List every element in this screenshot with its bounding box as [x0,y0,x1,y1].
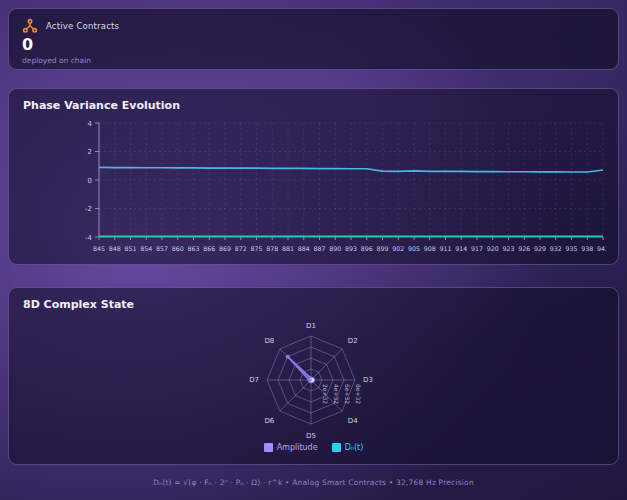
svg-text:917: 917 [471,245,483,252]
svg-text:-4: -4 [85,234,93,242]
svg-text:899: 899 [376,245,388,252]
legend-label-dn: Dₙ(t) [345,443,364,452]
svg-text:893: 893 [345,245,357,252]
svg-text:866: 866 [203,245,215,252]
phase-variance-panel: Phase Variance Evolution 420-2-484584885… [8,88,619,265]
complex-state-panel: 8D Complex State D1D2D3D4D5D6D7D82e+324e… [8,287,619,465]
svg-text:942: 942 [597,245,606,252]
svg-text:935: 935 [565,245,577,252]
amplitude-swatch [264,443,273,452]
network-icon [22,18,38,34]
svg-text:4e+32: 4e+32 [333,384,340,404]
svg-text:0: 0 [88,177,92,185]
svg-text:887: 887 [313,245,325,252]
footer-formula: Dₙ(t) = √(φ · Fₙ · 2ⁿ · Pₙ · Ω) · r^k • … [8,478,619,487]
svg-text:926: 926 [518,245,530,252]
svg-text:938: 938 [581,245,593,252]
svg-text:911: 911 [439,245,451,252]
svg-text:908: 908 [424,245,436,252]
line-chart: 420-2-4845848851854857860863866869872875… [23,117,606,259]
svg-text:D8: D8 [264,337,274,345]
legend-label-amplitude: Amplitude [277,443,318,452]
svg-text:872: 872 [235,245,247,252]
svg-text:D5: D5 [306,432,316,438]
svg-text:884: 884 [298,245,310,252]
line-chart-title: Phase Variance Evolution [23,99,604,113]
dashboard: Active Contracts 0 deployed on chain Pha… [0,0,627,500]
svg-text:896: 896 [361,245,373,252]
dn-swatch [332,443,341,452]
svg-text:914: 914 [455,245,467,252]
svg-text:851: 851 [124,245,136,252]
svg-text:D7: D7 [249,376,259,384]
svg-text:8e+32: 8e+32 [355,384,362,404]
svg-text:848: 848 [109,245,121,252]
svg-text:D4: D4 [348,417,358,425]
svg-text:932: 932 [550,245,562,252]
svg-text:D2: D2 [348,337,358,345]
svg-text:902: 902 [392,245,404,252]
legend-item-dn[interactable]: Dₙ(t) [332,443,364,452]
svg-text:890: 890 [329,245,341,252]
svg-text:869: 869 [219,245,231,252]
svg-text:923: 923 [502,245,514,252]
svg-text:-2: -2 [85,205,92,213]
svg-text:D1: D1 [306,322,316,330]
svg-text:D3: D3 [363,376,373,384]
svg-text:6e+32: 6e+32 [344,384,351,404]
legend-item-amplitude[interactable]: Amplitude [264,443,318,452]
svg-text:2: 2 [88,148,92,156]
radar-chart: D1D2D3D4D5D6D7D82e+324e+326e+328e+32 [23,316,606,438]
svg-text:857: 857 [156,245,168,252]
svg-text:2e+32: 2e+32 [322,384,329,404]
radar-legend: Amplitude Dₙ(t) [23,440,604,454]
svg-text:854: 854 [140,245,152,252]
dn-series-point [310,379,312,381]
svg-text:881: 881 [282,245,294,252]
svg-text:860: 860 [172,245,184,252]
svg-text:878: 878 [266,245,278,252]
svg-text:863: 863 [187,245,199,252]
stat-value: 0 [22,37,605,53]
stat-sublabel: deployed on chain [22,56,605,65]
svg-text:905: 905 [408,245,420,252]
radar-chart-title: 8D Complex State [23,298,604,312]
svg-text:929: 929 [534,245,546,252]
svg-text:D6: D6 [264,417,274,425]
active-contracts-card: Active Contracts 0 deployed on chain [8,8,619,70]
svg-text:845: 845 [93,245,105,252]
svg-text:920: 920 [487,245,499,252]
stat-label: Active Contracts [46,21,119,31]
svg-text:875: 875 [250,245,262,252]
svg-text:4: 4 [88,120,93,128]
